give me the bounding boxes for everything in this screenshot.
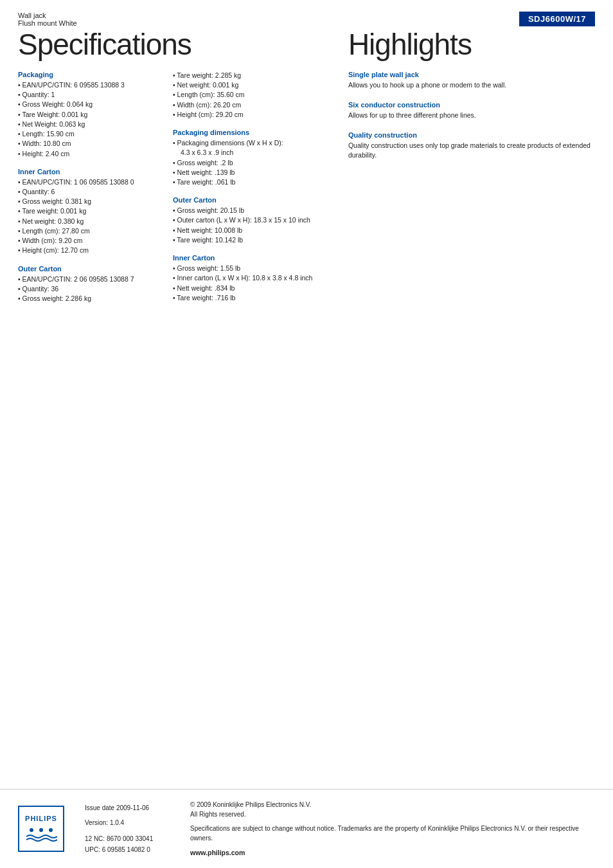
spec-item: Packaging dimensions (W x H x D): bbox=[173, 138, 323, 148]
highlight-wall-jack: Single plate wall jack Allows you to hoo… bbox=[348, 71, 595, 91]
spec-item: Length (cm): 35.60 cm bbox=[173, 90, 323, 100]
spec-item: Gross weight: 2.286 kg bbox=[18, 294, 160, 303]
spec-item: EAN/UPC/GTIN: 1 06 09585 13088 0 bbox=[18, 177, 160, 187]
spec-item: Width (cm): 26.20 cm bbox=[173, 100, 323, 110]
philips-shield-icon bbox=[25, 825, 57, 843]
footer-meta: Issue date 2009-11-06 Version: 1.0.4 12 … bbox=[85, 802, 175, 855]
packaging-section: Packaging EAN/UPC/GTIN: 6 09585 13088 3 … bbox=[18, 71, 160, 159]
packaging-title: Packaging bbox=[18, 71, 160, 78]
inner-carton-section: Inner Carton EAN/UPC/GTIN: 1 06 09585 13… bbox=[18, 168, 160, 256]
spec-item: Net weight: 0.001 kg bbox=[173, 80, 323, 90]
product-category: Wall jack Flush mount White bbox=[18, 12, 77, 27]
nc-upc: 12 NC: 8670 000 33041 UPC: 6 09585 14082… bbox=[85, 833, 175, 855]
spec-item: Height (cm): 12.70 cm bbox=[18, 246, 160, 255]
main-content: Specifications Packaging EAN/UPC/GTIN: 6… bbox=[0, 30, 613, 312]
highlight-quality-text: Quality construction uses only top grade… bbox=[348, 141, 595, 161]
product-line: Wall jack bbox=[18, 12, 77, 19]
highlight-quality: Quality construction Quality constructio… bbox=[348, 131, 595, 161]
spec-item: Net weight: 0.380 kg bbox=[18, 217, 160, 226]
philips-logo: PHILIPS bbox=[18, 806, 64, 852]
version-value: 1.0.4 bbox=[110, 819, 124, 826]
spec-item: Width (cm): 9.20 cm bbox=[18, 236, 160, 246]
spec-item: Height: 2.40 cm bbox=[18, 149, 160, 159]
spec-item: Tare weight: 10.142 lb bbox=[173, 235, 323, 245]
upc-value: UPC: 6 09585 14082 0 bbox=[85, 844, 175, 855]
specs-left-col: Packaging EAN/UPC/GTIN: 6 09585 13088 3 … bbox=[18, 71, 170, 312]
svg-point-2 bbox=[49, 828, 53, 832]
inner-carton-right-title: Inner Carton bbox=[173, 254, 323, 262]
model-badge: SDJ6600W/17 bbox=[519, 12, 595, 26]
footer: PHILIPS Issue date 2009-11-06 Version: 1… bbox=[0, 789, 613, 868]
spec-item: Gross weight: .2 lb bbox=[173, 158, 323, 168]
philips-wordmark: PHILIPS bbox=[25, 815, 57, 822]
spec-item: Net Weight: 0.063 kg bbox=[18, 120, 160, 129]
highlight-six-conductor-title: Six conductor construction bbox=[348, 101, 595, 109]
spec-item: Height (cm): 29.20 cm bbox=[173, 110, 323, 120]
spec-item: Tare Weight: 0.001 kg bbox=[18, 110, 160, 120]
footer-legal: © 2009 Koninklijke Philips Electronics N… bbox=[190, 800, 595, 858]
issue-date-label: Issue date bbox=[85, 804, 114, 811]
spec-item: Tare weight: .061 lb bbox=[173, 177, 323, 187]
highlights-section: Highlights Single plate wall jack Allows… bbox=[335, 30, 595, 312]
highlight-six-conductor: Six conductor construction Allows for up… bbox=[348, 101, 595, 121]
inner-carton-title: Inner Carton bbox=[18, 168, 160, 176]
spec-item: Length (cm): 27.80 cm bbox=[18, 226, 160, 236]
spec-item: Quantity: 6 bbox=[18, 187, 160, 197]
highlight-wall-jack-title: Single plate wall jack bbox=[348, 71, 595, 78]
spec-item-indent: 4.3 x 6.3 x .9 inch bbox=[173, 148, 323, 158]
spec-item: Nett weight: .834 lb bbox=[173, 284, 323, 293]
highlight-quality-title: Quality construction bbox=[348, 131, 595, 139]
rights-text: All Rights reserved. bbox=[190, 811, 246, 818]
spec-item: Length: 15.90 cm bbox=[18, 129, 160, 139]
spec-item: Gross Weight: 0.064 kg bbox=[18, 100, 160, 109]
version: Version: 1.0.4 bbox=[85, 817, 175, 828]
highlight-six-conductor-text: Allows for up to three different phone l… bbox=[348, 111, 595, 121]
spec-item: Tare weight: 2.285 kg bbox=[173, 71, 323, 80]
copyright-text: © 2009 Koninklijke Philips Electronics N… bbox=[190, 801, 311, 808]
spec-item: Nett weight: .139 lb bbox=[173, 168, 323, 177]
highlights-title: Highlights bbox=[348, 30, 595, 59]
issue-date-value: 2009-11-06 bbox=[116, 804, 149, 811]
packaging-dimensions-section: Packaging dimensions Packaging dimension… bbox=[173, 129, 323, 187]
specifications-section: Specifications Packaging EAN/UPC/GTIN: 6… bbox=[18, 30, 335, 312]
product-subline: Flush mount White bbox=[18, 19, 77, 27]
spec-item: Gross weight: 1.55 lb bbox=[173, 264, 323, 273]
inner-carton-right-section: Inner Carton Gross weight: 1.55 lb Inner… bbox=[173, 254, 323, 303]
website: www.philips.com bbox=[190, 847, 595, 858]
specs-columns: Packaging EAN/UPC/GTIN: 6 09585 13088 3 … bbox=[18, 71, 323, 312]
issue-date: Issue date 2009-11-06 bbox=[85, 802, 175, 813]
spec-item: Outer carton (L x W x H): 18.3 x 15 x 10… bbox=[173, 215, 323, 225]
highlight-wall-jack-text: Allows you to hook up a phone or modem t… bbox=[348, 80, 595, 91]
spec-item: Nett weight: 10.008 lb bbox=[173, 226, 323, 235]
spec-item: Tare weight: 0.001 kg bbox=[18, 206, 160, 216]
packaging-dims-title: Packaging dimensions bbox=[173, 129, 323, 136]
svg-point-1 bbox=[39, 828, 43, 832]
spec-item: EAN/UPC/GTIN: 6 09585 13088 3 bbox=[18, 80, 160, 90]
outer-carton-continued: Tare weight: 2.285 kg Net weight: 0.001 … bbox=[173, 71, 323, 120]
spec-item: Quantity: 36 bbox=[18, 284, 160, 294]
svg-point-0 bbox=[30, 828, 33, 832]
outer-carton-right-title: Outer Carton bbox=[173, 196, 323, 204]
specs-title: Specifications bbox=[18, 30, 323, 59]
outer-carton-left-section: Outer Carton EAN/UPC/GTIN: 2 06 09585 13… bbox=[18, 265, 160, 304]
footer-logo-area: PHILIPS bbox=[18, 806, 69, 852]
version-label: Version: bbox=[85, 819, 108, 826]
spec-item: EAN/UPC/GTIN: 2 06 09585 13088 7 bbox=[18, 275, 160, 284]
spec-item: Width: 10.80 cm bbox=[18, 139, 160, 149]
copyright: © 2009 Koninklijke Philips Electronics N… bbox=[190, 800, 595, 820]
nc-value: 12 NC: 8670 000 33041 bbox=[85, 833, 175, 844]
header: Wall jack Flush mount White SDJ6600W/17 bbox=[0, 0, 613, 27]
spec-item: Gross weight: 0.381 kg bbox=[18, 197, 160, 206]
outer-carton-left-title: Outer Carton bbox=[18, 265, 160, 273]
spec-item: Quantity: 1 bbox=[18, 90, 160, 100]
spec-item: Inner carton (L x W x H): 10.8 x 3.8 x 4… bbox=[173, 273, 323, 283]
legal-text: Specifications are subject to change wit… bbox=[190, 824, 595, 844]
outer-carton-right-section: Outer Carton Gross weight: 20.15 lb Oute… bbox=[173, 196, 323, 245]
specs-right-col: Tare weight: 2.285 kg Net weight: 0.001 … bbox=[170, 71, 323, 312]
spec-item: Gross weight: 20.15 lb bbox=[173, 206, 323, 215]
spec-item: Tare weight: .716 lb bbox=[173, 293, 323, 303]
